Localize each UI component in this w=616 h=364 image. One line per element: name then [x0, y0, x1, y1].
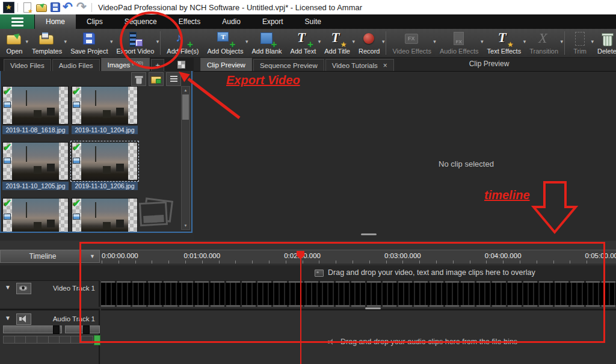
check-icon	[73, 85, 81, 97]
bin-toolbar	[131, 72, 181, 86]
hamburger-icon	[11, 21, 23, 23]
menu-tab-suite[interactable]: Suite	[294, 14, 332, 29]
preview-panel-title: Clip Preview	[362, 58, 616, 71]
image-type-icon	[4, 214, 11, 220]
dropdown-caret-icon[interactable]	[382, 39, 385, 45]
bin-delete-icon[interactable]	[131, 72, 146, 86]
add-blank-button[interactable]: Add Blank	[247, 29, 286, 57]
file-name: 2019-11-10_1206.jpg	[72, 182, 138, 190]
video-effects-button[interactable]: Video Effects	[388, 29, 435, 57]
titlebar-separator	[17, 3, 18, 12]
bin-file-2019-11-10-1205-jpg[interactable]: 2019-11-10_1205.jpg	[2, 142, 69, 190]
redo-icon[interactable]	[76, 1, 88, 13]
bin-file-2019-11-08-1618-jpg[interactable]: 2019-11-08_1618.jpg	[2, 86, 69, 134]
open-button[interactable]: Open	[1, 29, 28, 57]
add-blank-icon	[258, 31, 276, 47]
record-icon	[360, 31, 378, 47]
new-project-icon[interactable]	[21, 1, 33, 13]
list-view-icon[interactable]	[166, 72, 181, 86]
scroll-down-icon[interactable]	[182, 222, 189, 229]
bin-options-icon[interactable]	[177, 61, 185, 69]
delete-button[interactable]: Delete	[593, 29, 616, 57]
delete-icon	[598, 31, 616, 47]
toolbar-separator	[564, 31, 565, 55]
bin-scrollbar[interactable]	[181, 86, 190, 230]
menu-tab-audio[interactable]: Audio	[211, 14, 251, 29]
save-project-button[interactable]: Save Project	[66, 29, 112, 57]
audio-effects-button[interactable]: Audio Effects	[436, 29, 483, 57]
window-title: VideoPad Professional by NCH Software - …	[98, 3, 362, 12]
add-objects-icon	[216, 31, 234, 47]
dropdown-caret-icon[interactable]	[561, 39, 564, 45]
menu-bar: HomeClipsSequenceEffectsAudioExportSuite	[0, 14, 616, 29]
menu-tabs: HomeClipsSequenceEffectsAudioExportSuite	[35, 14, 332, 29]
templates-button[interactable]: Templates	[28, 29, 66, 57]
scrollbar-thumb[interactable]	[182, 94, 189, 120]
thumbnail	[2, 142, 69, 180]
track-visibility-icon[interactable]	[16, 283, 31, 294]
no-clip-message: No clip selected	[418, 159, 514, 168]
bin-file-2019-11-10-1204-jpg[interactable]: 2019-11-10_1204.jpg	[72, 86, 138, 134]
text-effects-button[interactable]: Text Effects	[483, 29, 526, 57]
splitter-grip[interactable]	[361, 233, 377, 235]
undo-icon[interactable]	[63, 1, 75, 13]
bin-file-2019-11-10-1206-jpg[interactable]: 2019-11-10_1206.jpg	[72, 142, 138, 190]
bin-tab-audio-files[interactable]: Audio Files	[52, 59, 100, 71]
thumbnail	[72, 198, 138, 233]
add-images-icon[interactable]	[149, 72, 164, 86]
add-title-button[interactable]: Add Title	[320, 29, 354, 57]
file-name: 2019-11-08_1618.jpg	[2, 126, 69, 134]
save-icon[interactable]	[49, 1, 61, 13]
bin-tab-video-files[interactable]: Video Files	[4, 59, 51, 71]
slider-handle[interactable]	[53, 325, 60, 334]
thumbnail	[72, 142, 138, 180]
trim-button[interactable]: Trim	[567, 29, 593, 57]
image-type-icon	[73, 158, 80, 164]
add-text-button[interactable]: Add Text	[286, 29, 321, 57]
preview-viewport: No clip selected	[194, 71, 616, 241]
file-name: 2019-11-10_1204.jpg	[72, 126, 138, 134]
scroll-up-icon[interactable]	[182, 87, 189, 94]
timeline-label: Timeline	[1, 252, 85, 261]
track-mute-icon[interactable]	[16, 313, 31, 325]
bin-file-partial-5[interactable]	[72, 198, 138, 233]
file-name: 2019-11-10_1205.jpg	[2, 182, 69, 190]
annotation-rectangle	[79, 242, 605, 343]
thumbnail-image	[81, 199, 128, 233]
thumbnail	[2, 198, 69, 233]
image-type-icon	[4, 158, 11, 164]
menu-tab-export[interactable]: Export	[251, 14, 294, 29]
thumbnail-image	[12, 143, 59, 180]
preview-tab-sequence-preview[interactable]: Sequence Preview	[253, 59, 324, 71]
photos-watermark-icon	[140, 199, 172, 226]
record-button[interactable]: Record	[354, 29, 384, 57]
add-title-icon	[328, 31, 346, 47]
image-type-icon	[4, 102, 11, 108]
bin-file-partial-4[interactable]	[2, 198, 69, 233]
video-effects-icon	[403, 31, 421, 47]
thumbnail	[2, 86, 69, 125]
transition-icon	[535, 31, 553, 47]
bin-content: 2019-11-08_1618.jpg 2019-11-10_1204.jpg …	[0, 71, 192, 233]
annotation-export-video-label: Export Video	[226, 73, 300, 87]
check-icon	[73, 197, 81, 209]
thumbnail	[72, 86, 138, 125]
collapse-track-icon[interactable]	[5, 284, 11, 291]
preview-tab-clip-preview[interactable]: Clip Preview	[200, 58, 252, 71]
thumbnail-image	[12, 87, 59, 124]
check-icon	[4, 85, 11, 97]
toolbar-separator	[386, 31, 386, 55]
check-icon	[4, 141, 11, 153]
collapse-track-icon[interactable]	[5, 315, 11, 321]
bin-panel: Video Files Audio Files Images (100) + 2…	[0, 58, 194, 241]
menu-tab-clips[interactable]: Clips	[76, 14, 114, 29]
open-project-icon[interactable]	[35, 1, 47, 13]
videopad-window: VideoPad Professional by NCH Software - …	[0, 0, 616, 364]
add-objects-button[interactable]: Add Objects	[203, 29, 248, 57]
menu-tab-home[interactable]: Home	[35, 14, 76, 29]
volume-slider[interactable]	[3, 325, 62, 333]
main-menu-button[interactable]	[0, 14, 35, 29]
image-type-icon	[73, 102, 80, 108]
annotation-timeline-label: timeline	[484, 188, 530, 202]
transition-button[interactable]: Transition	[525, 29, 562, 57]
